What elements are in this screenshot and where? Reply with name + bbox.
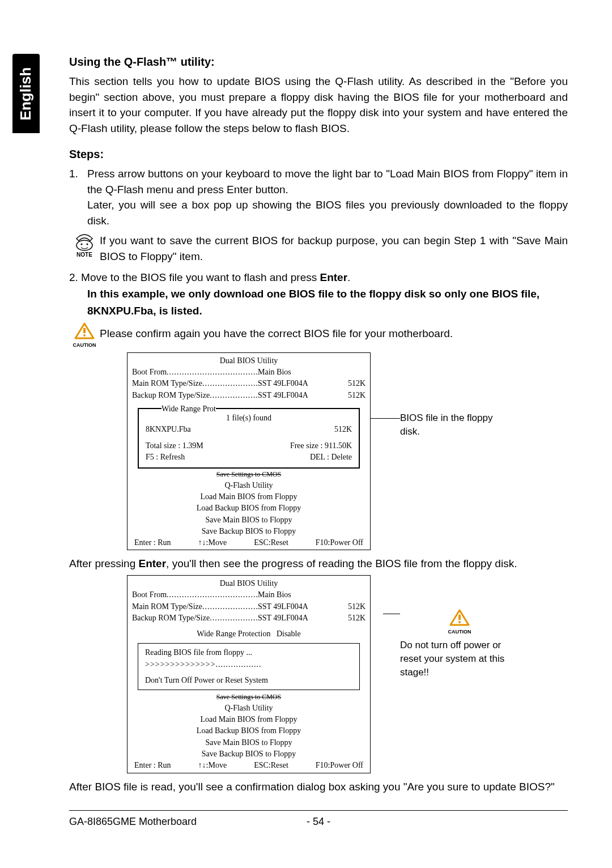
bios-footer-keys: Enter : Run↑↓:MoveESC:ResetF10:Power Off [132,537,366,548]
step-2: 2. Move to the BIOS file you want to fla… [69,270,568,286]
caution-block: CAUTION Please confirm again you have th… [69,322,568,349]
step-1: 1. Press arrow buttons on your keyboard … [69,166,568,228]
bios-screenshot-1: Dual BIOS Utility Boot From.............… [69,352,568,551]
intro-paragraph: This section tells you how to update BIO… [69,74,568,136]
svg-point-4 [83,334,86,337]
note-icon: NOTE [69,233,100,259]
steps-heading: Steps: [69,146,568,163]
after-step-text-2: After BIOS file is read, you'll see a co… [69,779,568,795]
step-number: 1. [69,166,87,228]
menu-save-main[interactable]: Save Main BIOS to Floppy [132,514,366,526]
progress-box: Reading BIOS file from floppy ... >>>>>>… [138,643,360,690]
warning-text: Don't Turn Off Power or Reset System [145,675,352,686]
after-step-text-1: After pressing Enter, you'll then see th… [69,556,568,572]
progress-bar: >>>>>>>>>>>>>>.................. [145,659,352,670]
step2-example: In this example, we only download one BI… [87,286,568,320]
page-content: Using the Q-Flash™ utility: This section… [69,54,568,829]
bios-title: Dual BIOS Utility [132,355,366,367]
file-selection-box: Wide Range Prot 1 file(s) found 8KNXPU.F… [138,408,360,469]
side-caution-block: CAUTION Do not turn off power or reset y… [400,609,513,679]
caution-text: Please confirm again you have the correc… [100,322,453,342]
side-note-2-text: Do not turn off power or reset your syst… [400,639,513,679]
language-tab: English [12,54,40,133]
footer-separator [69,810,568,811]
footer-page-number: - 54 - [307,814,330,829]
section-title: Using the Q-Flash™ utility: [69,54,568,70]
svg-rect-3 [83,328,86,333]
step1-text-b: Later, you will see a box pop up showing… [87,197,568,228]
menu-load-main[interactable]: Load Main BIOS from Floppy [132,491,366,503]
step1-text-a: Press arrow buttons on your keyboard to … [87,166,568,197]
page-footer: GA-8I865GME Motherboard - 54 - [69,814,568,829]
qflash-menu: Q-Flash Utility Load Main BIOS from Flop… [132,480,366,537]
note-text: If you want to save the current BIOS for… [100,233,568,264]
menu-load-backup[interactable]: Load Backup BIOS from Floppy [132,503,366,514]
note-block: NOTE If you want to save the current BIO… [69,233,568,264]
svg-point-1 [81,244,83,245]
menu-save-backup[interactable]: Save Backup BIOS to Floppy [132,526,366,537]
caution-icon: CAUTION [406,609,513,635]
bios-file-row[interactable]: 8KNXPU.Fba512K [146,424,352,435]
svg-point-2 [87,244,88,245]
caution-icon: CAUTION [69,322,100,349]
svg-point-6 [458,621,461,623]
side-note-1: BIOS file in the floppy disk. [400,411,513,439]
footer-model: GA-8I865GME Motherboard [69,814,197,829]
reading-status: Reading BIOS file from floppy ... [145,647,352,658]
bios-screenshot-2: Dual BIOS Utility Boot From.............… [69,575,568,773]
callout-line [371,418,400,419]
svg-rect-5 [458,615,461,620]
